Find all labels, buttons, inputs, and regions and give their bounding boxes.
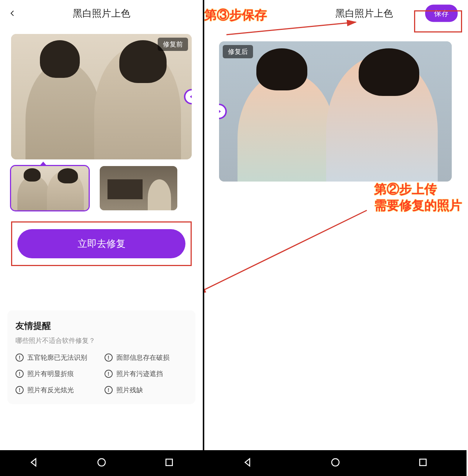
screen-before: 黑白照片上色 修复前 立即去修复 友情提醒 哪些照片不适合软件修复？ !: [0, 0, 204, 476]
badge-after: 修复后: [223, 45, 253, 58]
svg-rect-7: [420, 459, 426, 466]
header: 黑白照片上色 保存: [204, 0, 467, 27]
thumbnail-row: [0, 166, 203, 210]
preview-image[interactable]: 修复前: [11, 34, 192, 159]
thumbnail-1[interactable]: [11, 166, 89, 210]
info-icon: !: [16, 386, 24, 394]
preview-image[interactable]: 修复后: [219, 41, 452, 182]
annotation-arrow-upload: [204, 207, 370, 299]
nav-home-icon[interactable]: [96, 457, 107, 469]
annotation-step2: 第②步上传 需要修复的照片: [374, 181, 462, 213]
reminder-card: 友情提醒 哪些照片不适合软件修复？ !五官轮廓已无法识别 !面部信息存在破损 !…: [7, 310, 195, 404]
nav-back-icon[interactable]: [242, 457, 253, 469]
nav-home-icon[interactable]: [330, 457, 341, 469]
thumbnail-2[interactable]: [100, 166, 177, 210]
header: 黑白照片上色: [0, 0, 203, 27]
reminder-heading: 友情提醒: [16, 320, 187, 332]
annotation-box-fix: 立即去修复: [11, 221, 192, 266]
android-navbar: [204, 450, 467, 476]
nav-back-icon[interactable]: [28, 457, 40, 469]
info-icon: !: [16, 370, 24, 378]
page-title: 黑白照片上色: [335, 7, 393, 20]
fix-now-button[interactable]: 立即去修复: [17, 229, 185, 258]
tip-item: !照片残缺: [105, 386, 188, 394]
screen-after: 黑白照片上色 保存 修复后 第③步保存 第②步上传 需要修复的照片: [204, 0, 467, 476]
info-icon: !: [105, 370, 113, 378]
svg-rect-2: [166, 459, 172, 466]
svg-point-1: [98, 459, 105, 466]
android-navbar: [0, 450, 203, 476]
info-icon: !: [105, 353, 113, 362]
tip-item: !五官轮廓已无法识别: [16, 353, 99, 362]
info-icon: !: [16, 353, 24, 362]
svg-marker-0: [31, 459, 36, 466]
tip-item: !面部信息存在破损: [105, 353, 188, 362]
info-icon: !: [105, 386, 113, 394]
badge-before: 修复前: [158, 38, 188, 51]
page-title: 黑白照片上色: [73, 7, 130, 20]
nav-recent-icon[interactable]: [417, 457, 428, 469]
reminder-subtitle: 哪些照片不适合软件修复？: [16, 336, 187, 345]
svg-marker-5: [245, 459, 250, 466]
tips-list: !五官轮廓已无法识别 !面部信息存在破损 !照片有明显折痕 !照片有污迹遮挡 !…: [16, 353, 187, 394]
nav-recent-icon[interactable]: [164, 457, 175, 469]
tip-item: !照片有明显折痕: [16, 369, 99, 378]
back-icon[interactable]: [9, 10, 16, 17]
save-button[interactable]: 保存: [425, 5, 458, 22]
tip-item: !照片有反光炫光: [16, 386, 99, 394]
tip-item: !照片有污迹遮挡: [105, 369, 188, 378]
svg-point-6: [332, 459, 339, 466]
svg-line-4: [204, 210, 367, 293]
